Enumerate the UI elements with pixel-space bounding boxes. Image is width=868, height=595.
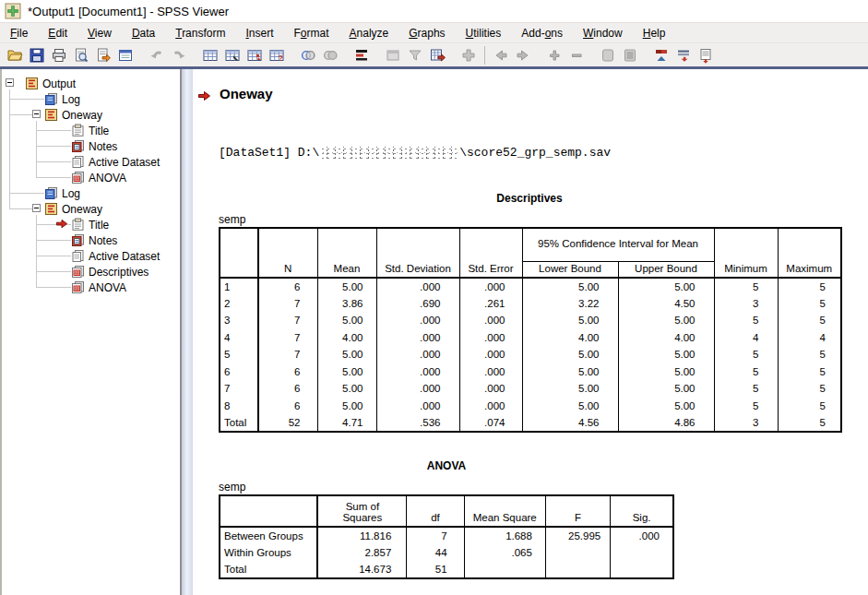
notes-icon <box>71 139 85 153</box>
goto-output-icon[interactable] <box>404 45 426 65</box>
tree-item-title[interactable]: Title <box>86 123 109 138</box>
anova-cell: 14.673 <box>317 561 406 578</box>
insert-title-icon[interactable] <box>672 45 695 65</box>
insert-heading-icon[interactable] <box>650 45 672 65</box>
hide-icon[interactable] <box>619 45 641 65</box>
desc-cell: 7 <box>258 295 317 313</box>
desc-cell: 5 <box>714 398 778 415</box>
menu-format[interactable]: Format <box>284 24 339 42</box>
desc-cell: 4.71 <box>317 414 376 432</box>
save-icon[interactable] <box>26 45 48 65</box>
select-last-output-icon[interactable] <box>426 45 448 65</box>
desc-row-label: 6 <box>220 363 258 381</box>
menu-window[interactable]: Window <box>573 24 633 42</box>
variables-icon[interactable]: ? <box>266 45 288 65</box>
menu-edit[interactable]: Edit <box>38 24 77 42</box>
desc-cell: 5 <box>778 414 841 432</box>
tree-guide-line <box>36 130 71 131</box>
goto-data-icon[interactable] <box>199 45 221 65</box>
table-book-icon <box>71 265 85 279</box>
desc-col-blank <box>220 228 258 278</box>
export-icon[interactable] <box>92 45 114 65</box>
desc-col-header: Maximum <box>778 228 841 278</box>
open-file-icon[interactable] <box>4 45 26 65</box>
desc-col-header: N <box>258 228 317 278</box>
menu-help[interactable]: Help <box>633 24 676 42</box>
tree-item-title[interactable]: Title <box>86 217 109 232</box>
menu-addons[interactable]: Add-ons <box>511 24 573 42</box>
recall-dialogs-icon[interactable] <box>114 45 137 65</box>
goto-case-icon[interactable] <box>221 45 244 65</box>
desc-row-label: Total <box>220 414 258 432</box>
anova-table[interactable]: Sum of SquaresdfMean SquareFSig.Between … <box>219 494 674 579</box>
output-heading-oneway[interactable]: Oneway <box>220 86 273 101</box>
use-sets-icon[interactable] <box>351 45 373 65</box>
show-icon[interactable] <box>597 45 619 65</box>
dataset-path-suffix: \score52_grp_semp.sav <box>459 146 611 160</box>
print-icon[interactable] <box>48 45 70 65</box>
desc-cell: 52 <box>258 414 317 432</box>
tree-item-oneway[interactable]: Oneway <box>59 107 102 123</box>
redo-icon[interactable] <box>168 45 190 65</box>
tree-item-output[interactable]: Output <box>40 76 76 91</box>
tree-item-descriptives[interactable]: Descriptives <box>86 264 149 280</box>
tree-item-label: ANOVA <box>86 281 126 294</box>
tree-expander-oneway[interactable] <box>32 204 41 212</box>
desc-cell: 6 <box>258 380 317 398</box>
show-all-icon[interactable] <box>382 45 404 65</box>
tree-expander-oneway[interactable] <box>32 110 41 118</box>
desc-col-header: Lower Bound <box>522 261 618 278</box>
menu-transform[interactable]: Transform <box>165 24 235 42</box>
menu-view[interactable]: View <box>77 24 122 42</box>
desc-cell: 5.00 <box>618 312 714 329</box>
descriptives-table[interactable]: NMeanStd. DeviationStd. Error95% Confide… <box>219 227 842 433</box>
demote-icon[interactable] <box>512 45 534 65</box>
tree-item-notes[interactable]: Notes <box>86 232 117 248</box>
menu-utilities[interactable]: Utilities <box>456 24 512 42</box>
tree-guide-line <box>9 208 32 209</box>
output-content-pane: Oneway [DataSet1] D:\\score52_grp_semp.s… <box>193 69 868 595</box>
tree-item-label: Title <box>86 125 109 137</box>
expand-icon[interactable] <box>543 45 565 65</box>
desc-col-header: Std. Deviation <box>376 228 459 278</box>
tree-item-anova[interactable]: ANOVA <box>86 170 126 185</box>
anova-cell: 11.816 <box>317 527 406 544</box>
tree-item-anova[interactable]: ANOVA <box>86 280 126 295</box>
find-icon[interactable] <box>297 45 319 65</box>
undo-icon[interactable] <box>146 45 168 65</box>
redacted-path-scribble <box>320 147 458 159</box>
goto-variable-icon[interactable] <box>244 45 266 65</box>
tree-item-label: Log <box>59 93 80 106</box>
promote-icon[interactable] <box>490 45 512 65</box>
menu-graphs[interactable]: Graphs <box>398 24 455 42</box>
descriptives-table-caption: semp <box>219 213 245 226</box>
menu-insert[interactable]: Insert <box>235 24 283 42</box>
anova-cell <box>545 544 610 562</box>
tree-item-active-dataset[interactable]: Active Dataset <box>86 154 160 170</box>
tree-item-oneway[interactable]: Oneway <box>59 201 102 217</box>
insert-text-icon[interactable] <box>695 45 717 65</box>
pane-splitter[interactable] <box>182 69 193 595</box>
dataset-log-line[interactable]: [DataSet1] D:\\score52_grp_semp.sav <box>219 146 611 160</box>
desc-cell: .000 <box>376 278 459 295</box>
print-preview-icon[interactable] <box>70 45 92 65</box>
menu-analyze[interactable]: Analyze <box>339 24 399 42</box>
desc-cell: 5 <box>778 363 841 381</box>
menu-data[interactable]: Data <box>122 24 165 42</box>
tree-item-log[interactable]: Log <box>59 91 80 107</box>
desc-cell: 7 <box>258 346 317 363</box>
tree-item-active-dataset[interactable]: Active Dataset <box>86 248 160 264</box>
desc-cell: 5.00 <box>317 363 376 381</box>
desc-cell: .000 <box>459 278 522 295</box>
tree-item-label: Notes <box>86 234 117 247</box>
select-cases-icon[interactable] <box>319 45 341 65</box>
anova-cell <box>611 544 673 562</box>
tree-item-log[interactable]: Log <box>59 185 80 201</box>
menu-file[interactable]: File <box>0 24 38 42</box>
tree-expander-output[interactable] <box>6 78 14 87</box>
designate-window-icon[interactable] <box>458 45 480 65</box>
anova-cell <box>545 561 610 578</box>
tree-item-notes[interactable]: Notes <box>86 138 117 154</box>
desc-cell: .000 <box>376 398 459 415</box>
collapse-icon[interactable] <box>565 45 588 65</box>
